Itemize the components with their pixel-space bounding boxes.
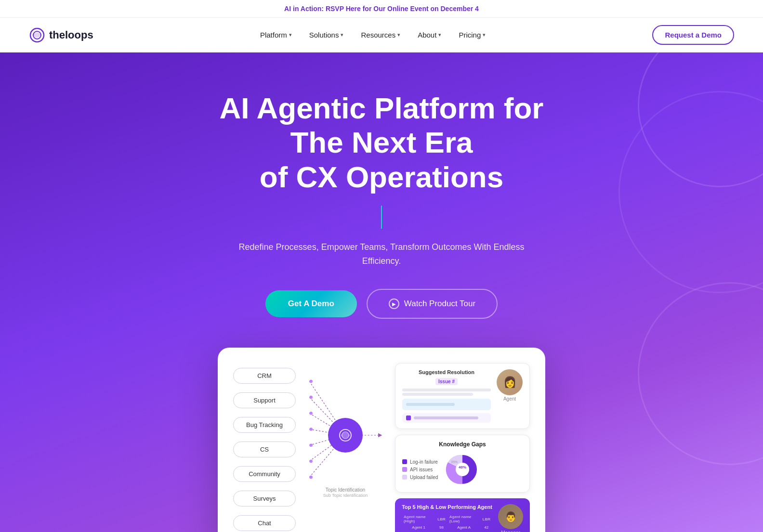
manager-section: 👨 Manager — [498, 504, 523, 532]
legend-upload: Upload failed — [402, 475, 438, 480]
legend-api: API issues — [402, 467, 438, 472]
announcement-link[interactable]: AI in Action: RSVP Here for Our Online E… — [284, 5, 479, 13]
knowledge-title: Knowledge Gaps — [402, 441, 523, 448]
agents-title: Top 5 High & Low Performing Agent — [402, 504, 492, 510]
legend-label-login: Log-in failure — [410, 459, 438, 465]
decor-arc-1 — [638, 52, 763, 187]
nav-link-pricing[interactable]: Pricing ▾ — [459, 31, 486, 39]
panel-resolution: Suggested Resolution Issue # — [395, 363, 530, 429]
nav-item-about[interactable]: About ▾ — [418, 31, 441, 39]
request-demo-button[interactable]: Request a Demo — [652, 25, 734, 45]
agent-avatar-face: 👩 — [497, 369, 523, 395]
hero-heading: AI Agentic Platform for The Next Era of … — [189, 91, 574, 194]
agent-section: 👩 Agent — [497, 369, 523, 402]
hero-divider — [381, 206, 382, 229]
table-row: Agent 1 98 Agent A 42 — [402, 524, 492, 531]
resolution-line-2 — [402, 393, 473, 396]
nav-link-platform[interactable]: Platform ▾ — [260, 31, 292, 39]
logo-text: theloops — [49, 29, 93, 41]
svg-point-13 — [309, 444, 313, 447]
knowledge-legend: Log-in failure API issues Upload failed — [402, 459, 438, 480]
tour-button-label: Watch Product Tour — [404, 299, 475, 309]
hero-heading-line1: AI Agentic Platform for The Next Era — [220, 91, 544, 159]
nav-item-resources[interactable]: Resources ▾ — [361, 31, 400, 39]
hero-dashboard-card: CRM Support Bug Tracking CS Community Su… — [218, 348, 545, 532]
agent-label: Agent — [497, 396, 523, 402]
agents-content: Top 5 High & Low Performing Agent Agent … — [402, 504, 492, 532]
svg-text:25%: 25% — [451, 478, 458, 481]
announcement-highlight: AI in Action: — [284, 5, 324, 13]
watch-tour-button[interactable]: ▶ Watch Product Tour — [367, 289, 498, 319]
legend-dot-api — [402, 467, 407, 472]
logo[interactable]: theloops — [29, 27, 93, 43]
col-agent-low: Agent name (Low) — [447, 514, 481, 524]
resolution-content: Suggested Resolution Issue # — [402, 369, 491, 423]
hero-heading-line2: of CX Operations — [260, 160, 503, 194]
source-crm: CRM — [233, 368, 296, 384]
source-bug-tracking: Bug Tracking — [233, 417, 296, 433]
nav-label-platform: Platform — [260, 31, 287, 39]
legend-dot-upload — [402, 475, 407, 480]
connector-area: Topic Identification Sub Topic Identific… — [305, 363, 385, 507]
chevron-down-icon: ▾ — [341, 32, 343, 38]
center-logo — [328, 418, 363, 453]
announcement-bar: AI in Action: RSVP Here for Our Online E… — [0, 0, 763, 18]
manager-label: Manager — [498, 530, 523, 532]
svg-point-11 — [309, 412, 313, 415]
get-demo-button[interactable]: Get A Demo — [265, 290, 357, 317]
hero-section: AI Agentic Platform for The Next Era of … — [0, 52, 763, 532]
chevron-down-icon: ▾ — [483, 32, 486, 38]
col-lbr-high: LBR — [435, 514, 447, 524]
nav-link-about[interactable]: About ▾ — [418, 31, 441, 39]
resolution-sub-line — [406, 403, 455, 406]
nav-item-pricing[interactable]: Pricing ▾ — [459, 31, 486, 39]
hero-subtitle: Redefine Processes, Empower Teams, Trans… — [227, 240, 536, 268]
nav-item-solutions[interactable]: Solutions ▾ — [309, 31, 344, 39]
topic-label: Topic Identification Sub Topic Identific… — [323, 487, 368, 498]
logo-icon — [29, 27, 45, 43]
cell: 98 — [435, 524, 447, 531]
resolution-title: Suggested Resolution — [402, 369, 491, 375]
source-cs: CS — [233, 441, 296, 457]
svg-marker-17 — [378, 433, 382, 437]
resolution-tag: Issue # — [435, 378, 458, 385]
cell: Agent 1 — [402, 524, 435, 531]
legend-label-upload: Upload failed — [410, 475, 438, 480]
pie-chart-svg: 40% 25% 35% — [446, 453, 479, 486]
svg-point-10 — [309, 396, 313, 399]
nav-link-solutions[interactable]: Solutions ▾ — [309, 31, 344, 39]
nav-label-about: About — [418, 31, 436, 39]
agent-avatar: 👩 — [497, 369, 523, 395]
col-agent-high: Agent name (High) — [402, 514, 435, 524]
nav-label-pricing: Pricing — [459, 31, 481, 39]
pie-chart: 40% 25% 35% — [446, 453, 479, 486]
legend-login: Log-in failure — [402, 459, 438, 465]
nav-link-resources[interactable]: Resources ▾ — [361, 31, 400, 39]
resolution-action-line — [414, 416, 478, 419]
col-lbr-low: LBR — [481, 514, 492, 524]
legend-label-api: API issues — [410, 467, 433, 472]
source-community: Community — [233, 466, 296, 482]
manager-avatar: 👨 — [498, 504, 523, 529]
source-chat: Chat — [233, 515, 296, 531]
chevron-down-icon: ▾ — [397, 32, 400, 38]
source-support: Support — [233, 392, 296, 408]
decor-arc-2 — [618, 91, 763, 293]
svg-text:35%: 35% — [451, 460, 458, 464]
play-icon: ▶ — [389, 298, 399, 309]
source-surveys: Surveys — [233, 491, 296, 506]
nav-label-solutions: Solutions — [309, 31, 339, 39]
nav-links: Platform ▾ Solutions ▾ Resources ▾ About… — [260, 31, 486, 39]
chevron-down-icon: ▾ — [289, 32, 292, 38]
panel-knowledge: Knowledge Gaps Log-in failure API issues — [395, 435, 530, 493]
legend-dot-login — [402, 459, 407, 464]
svg-point-14 — [309, 460, 313, 463]
resolution-line-1 — [402, 389, 491, 391]
source-nodes: CRM Support Bug Tracking CS Community Su… — [233, 363, 296, 531]
svg-text:40%: 40% — [459, 465, 466, 469]
svg-point-9 — [309, 380, 313, 383]
hero-buttons: Get A Demo ▶ Watch Product Tour — [19, 289, 744, 319]
cell: 42 — [481, 524, 492, 531]
nav-item-platform[interactable]: Platform ▾ — [260, 31, 292, 39]
right-panels: Suggested Resolution Issue # — [395, 363, 530, 532]
